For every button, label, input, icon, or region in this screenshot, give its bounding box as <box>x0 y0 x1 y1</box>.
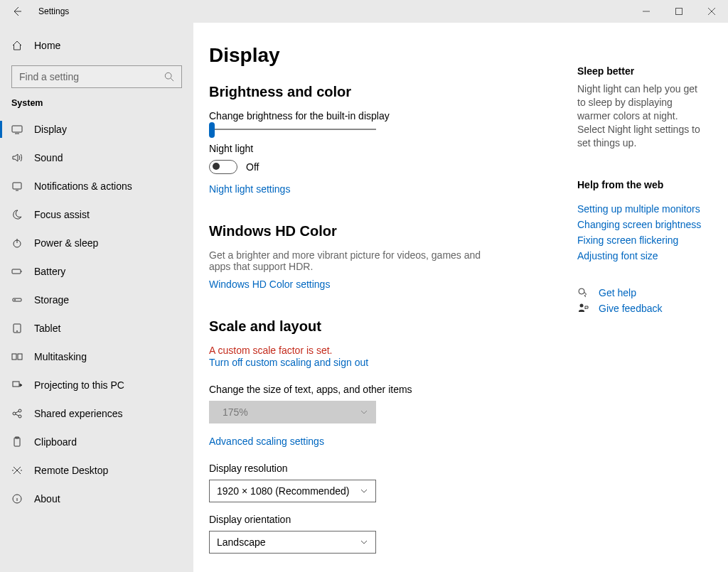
help-icon <box>577 287 589 298</box>
sidebar-item-label: About <box>34 493 60 504</box>
sidebar-item-label: Sound <box>34 152 63 163</box>
main-panel: Display Brightness and color Change brig… <box>209 44 566 572</box>
svg-point-13 <box>13 412 16 415</box>
help-link[interactable]: Fixing screen flickering <box>577 234 707 246</box>
maximize-button[interactable] <box>663 0 695 23</box>
sidebar-item-label: Projecting to this PC <box>34 379 124 391</box>
projecting-icon <box>11 379 23 391</box>
sidebar-item-label: Battery <box>34 266 65 277</box>
maximize-icon <box>675 8 682 15</box>
get-help-row[interactable]: Get help <box>577 287 707 298</box>
sidebar-item-focus-assist[interactable]: Focus assist <box>0 200 193 229</box>
home-button[interactable]: Home <box>0 31 193 60</box>
home-icon <box>11 40 23 51</box>
close-button[interactable] <box>695 0 728 23</box>
sleep-better-title: Sleep better <box>577 65 707 77</box>
brightness-label: Change brightness for the built-in displ… <box>209 110 566 122</box>
power-icon <box>11 237 23 249</box>
toggle-knob <box>213 163 220 170</box>
sidebar-item-label: Clipboard <box>34 436 77 448</box>
brightness-slider[interactable] <box>209 129 376 130</box>
get-help-link[interactable]: Get help <box>599 287 636 298</box>
sidebar-item-label: Shared experiences <box>34 408 123 419</box>
night-light-settings-link[interactable]: Night light settings <box>209 183 290 195</box>
sidebar-item-battery[interactable]: Battery <box>0 257 193 286</box>
svg-point-19 <box>579 288 584 294</box>
night-light-toggle[interactable]: Off <box>209 160 566 174</box>
sound-icon <box>11 152 23 163</box>
sidebar-item-clipboard[interactable]: Clipboard <box>0 428 193 456</box>
moon-icon <box>11 209 23 220</box>
sidebar-item-label: Focus assist <box>34 209 90 220</box>
advanced-scaling-link[interactable]: Advanced scaling settings <box>209 436 324 447</box>
resolution-combo[interactable]: 1920 × 1080 (Recommended) <box>209 480 376 502</box>
svg-rect-5 <box>12 269 21 274</box>
feedback-icon <box>577 303 589 314</box>
hd-desc: Get a brighter and more vibrant picture … <box>209 249 493 272</box>
svg-rect-16 <box>14 438 20 446</box>
battery-icon <box>11 266 23 277</box>
sidebar-item-sound[interactable]: Sound <box>0 144 193 172</box>
help-link[interactable]: Changing screen brightness <box>577 219 707 230</box>
help-link[interactable]: Adjusting font size <box>577 250 707 261</box>
give-feedback-link[interactable]: Give feedback <box>599 303 663 314</box>
orientation-value: Landscape <box>217 536 266 548</box>
slider-thumb[interactable] <box>209 122 215 138</box>
search-icon <box>164 72 174 82</box>
svg-rect-0 <box>676 9 682 15</box>
side-panel: Sleep better Night light can help you ge… <box>566 44 707 572</box>
sidebar-item-multitasking[interactable]: Multitasking <box>0 342 193 371</box>
home-label: Home <box>34 40 60 51</box>
sidebar-item-label: Notifications & actions <box>34 180 132 192</box>
text-size-label: Change the size of text, apps, and other… <box>209 384 566 395</box>
svg-rect-10 <box>12 354 16 360</box>
sidebar-item-label: Tablet <box>34 323 60 334</box>
give-feedback-row[interactable]: Give feedback <box>577 303 707 314</box>
close-icon <box>708 8 715 15</box>
night-light-label: Night light <box>209 143 566 154</box>
sidebar-item-projecting[interactable]: Projecting to this PC <box>0 371 193 399</box>
toggle-state: Off <box>246 161 259 173</box>
orientation-label: Display orientation <box>209 514 566 525</box>
display-icon <box>11 124 23 135</box>
window-title: Settings <box>38 6 69 16</box>
chevron-down-icon <box>360 408 368 416</box>
content-area: Display Brightness and color Change brig… <box>193 23 728 572</box>
resolution-value: 1920 × 1080 (Recommended) <box>217 485 349 497</box>
svg-rect-3 <box>13 183 21 189</box>
svg-point-1 <box>165 72 171 79</box>
sidebar-item-display[interactable]: Display <box>0 115 193 144</box>
svg-point-7 <box>15 300 16 301</box>
minimize-icon <box>643 8 650 15</box>
svg-rect-11 <box>18 354 22 360</box>
sidebar-item-storage[interactable]: Storage <box>0 286 193 314</box>
sidebar-item-about[interactable]: About <box>0 485 193 513</box>
text-size-value: 175% <box>217 406 248 418</box>
sidebar-item-notifications[interactable]: Notifications & actions <box>0 172 193 200</box>
sidebar-item-remote-desktop[interactable]: Remote Desktop <box>0 456 193 485</box>
back-button[interactable] <box>0 0 34 23</box>
sidebar-item-power-sleep[interactable]: Power & sleep <box>0 229 193 257</box>
resolution-label: Display resolution <box>209 463 566 474</box>
hd-settings-link[interactable]: Windows HD Color settings <box>209 279 330 290</box>
svg-point-20 <box>580 304 584 308</box>
sidebar-item-label: Multitasking <box>34 351 87 362</box>
back-arrow-icon <box>11 6 23 17</box>
help-link[interactable]: Setting up multiple monitors <box>577 203 707 215</box>
tablet-icon <box>11 323 23 334</box>
titlebar: Settings <box>0 0 728 23</box>
page-title: Display <box>209 44 566 67</box>
sidebar-item-label: Remote Desktop <box>34 465 108 476</box>
info-icon <box>11 493 23 504</box>
sidebar-item-label: Display <box>34 124 67 135</box>
orientation-combo[interactable]: Landscape <box>209 531 376 554</box>
search-input[interactable]: Find a setting <box>11 65 182 88</box>
minimize-button[interactable] <box>630 0 663 23</box>
svg-rect-12 <box>13 382 19 387</box>
turn-off-scaling-link[interactable]: Turn off custom scaling and sign out <box>209 357 368 368</box>
sidebar-item-tablet[interactable]: Tablet <box>0 314 193 342</box>
nav-list: Display Sound Notifications & actions Fo… <box>0 115 193 513</box>
sidebar-item-shared-experiences[interactable]: Shared experiences <box>0 399 193 428</box>
search-placeholder: Find a setting <box>19 71 79 82</box>
share-icon <box>11 408 23 419</box>
